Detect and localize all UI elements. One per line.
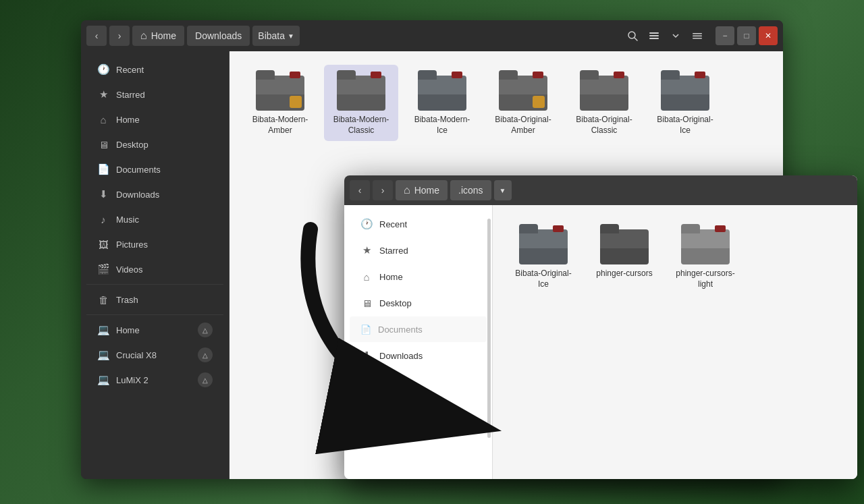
popup-sidebar-recent[interactable]: 🕐 Recent [350, 211, 487, 237]
popup-file-phinger-cursors[interactable]: phinger-cursors [587, 219, 662, 295]
home-breadcrumb[interactable]: ⌂ Home [132, 26, 184, 46]
sidebar-item-desktop[interactable]: 🖥 Desktop [86, 132, 223, 157]
file-item-bibata-modern-amber[interactable]: Bibata-Modern-Amber [243, 65, 317, 141]
drive-home-icon: 💻 [97, 324, 109, 336]
file-name-bibata-original-classic: Bibata-Original-Classic [572, 115, 636, 136]
sidebar-divider-2 [86, 314, 223, 315]
sidebar-item-crucial[interactable]: 💻 Crucial X8 △ [86, 343, 223, 367]
svg-line-1 [634, 38, 637, 40]
folder-icon-amber [256, 70, 304, 111]
folder-icon-original-amber [499, 70, 547, 111]
eject-lumix-button[interactable]: △ [198, 372, 213, 387]
popup-file-name-bibata-original-ice: Bibata-Original-Ice [512, 269, 575, 289]
folder-icon-original-ice [661, 70, 709, 111]
popup-sidebar-label-documents: Documents [378, 325, 423, 335]
popup-back-button[interactable]: ‹ [350, 180, 370, 200]
file-item-bibata-modern-ice[interactable]: Bibata-Modern-Ice [405, 65, 479, 141]
svg-rect-7 [693, 38, 702, 39]
popup-file-area: Bibata-Original-Ice phinger-cursors [493, 205, 857, 479]
window-controls: − □ ✕ [716, 26, 778, 45]
file-item-bibata-original-amber[interactable]: Bibata-Original-Amber [486, 65, 560, 141]
sidebar-item-label-starred: Starred [116, 90, 213, 100]
svg-rect-3 [649, 35, 659, 36]
sidebar-item-downloads[interactable]: ⬇ Downloads [86, 182, 223, 206]
popup-sidebar-home[interactable]: ⌂ Home [350, 264, 487, 289]
bibata-dropdown[interactable]: Bibata ▼ [252, 26, 300, 46]
home-sidebar-icon: ⌂ [97, 114, 109, 125]
popup-file-phinger-cursors-light[interactable]: phinger-cursors-light [668, 219, 742, 295]
file-name-bibata-original-ice: Bibata-Original-Ice [653, 115, 717, 136]
popup-pictures-icon: 🖼 [360, 403, 373, 414]
popup-window: ‹ › ⌂ Home .icons ▼ 🕐 Recent ★ Starred ⌂ [344, 175, 857, 479]
folder-icon-classic [337, 70, 385, 111]
popup-current-breadcrumb[interactable]: .icons [450, 180, 491, 200]
trash-icon: 🗑 [97, 294, 109, 306]
back-button[interactable]: ‹ [86, 26, 107, 46]
popup-home-breadcrumb[interactable]: ⌂ Home [396, 180, 448, 200]
popup-file-bibata-original-ice[interactable]: Bibata-Original-Ice [506, 219, 580, 295]
videos-icon: 🎬 [97, 263, 109, 275]
view-options-button[interactable] [666, 26, 686, 46]
file-item-bibata-original-classic[interactable]: Bibata-Original-Classic [567, 65, 641, 141]
popup-sidebar-videos[interactable]: 🎬 Videos [350, 422, 487, 447]
folder-icon-original-classic [580, 70, 628, 111]
sidebar-item-label-music: Music [116, 215, 213, 225]
popup-dropdown[interactable]: ▼ [494, 180, 512, 200]
sidebar-item-label-downloads: Downloads [116, 190, 213, 200]
downloads-icon: ⬇ [97, 188, 109, 200]
popup-sidebar-music[interactable]: ♪ Music [350, 369, 487, 395]
sidebar-item-pictures[interactable]: 🖼 Pictures [86, 232, 223, 256]
popup-sidebar-label-videos: Videos [379, 430, 406, 440]
sidebar-item-home[interactable]: ⌂ Home [86, 107, 223, 132]
eject-home-button[interactable]: △ [198, 323, 213, 337]
popup-sidebar-label-recent: Recent [379, 219, 407, 229]
bibata-label: Bibata [258, 30, 285, 41]
hamburger-menu-button[interactable] [687, 26, 707, 46]
close-button[interactable]: ✕ [759, 26, 778, 45]
popup-file-name-phinger-cursors: phinger-cursors [596, 269, 652, 279]
file-item-bibata-original-ice[interactable]: Bibata-Original-Ice [648, 65, 722, 141]
file-name-bibata-original-amber: Bibata-Original-Amber [491, 115, 555, 136]
downloads-breadcrumb[interactable]: Downloads [187, 26, 250, 46]
forward-button[interactable]: › [109, 26, 130, 46]
popup-sidebar-desktop[interactable]: 🖥 Desktop [350, 290, 487, 316]
folder-icon-ice [418, 70, 466, 111]
popup-content: 🕐 Recent ★ Starred ⌂ Home 🖥 Desktop 📄 Do… [344, 205, 857, 479]
crucial-icon: 💻 [97, 349, 109, 361]
sidebar-item-trash[interactable]: 🗑 Trash [86, 287, 223, 312]
popup-forward-button[interactable]: › [373, 180, 393, 200]
popup-home-sidebar-icon: ⌂ [360, 271, 373, 283]
svg-rect-2 [649, 32, 659, 34]
list-view-button[interactable] [644, 26, 664, 46]
sidebar-item-recent[interactable]: 🕐 Recent [86, 57, 223, 82]
sidebar-item-label-crucial: Crucial X8 [116, 350, 191, 360]
popup-current-label: .icons [458, 185, 483, 196]
eject-crucial-button[interactable]: △ [198, 347, 213, 362]
maximize-button[interactable]: □ [737, 26, 756, 45]
svg-rect-5 [693, 33, 702, 34]
sidebar-item-music[interactable]: ♪ Music [86, 207, 223, 231]
popup-sidebar-downloads[interactable]: ⬇ Downloads [350, 343, 487, 368]
sidebar-item-label-trash: Trash [116, 295, 213, 305]
popup-recent-icon: 🕐 [360, 218, 373, 230]
sidebar-item-label-lumix: LuMiX 2 [116, 375, 191, 385]
minimize-button[interactable]: − [716, 26, 734, 45]
popup-sidebar-pictures[interactable]: 🖼 Pictures [350, 395, 487, 421]
search-button[interactable] [622, 26, 643, 46]
sidebar-item-label-documents: Documents [116, 165, 213, 175]
sidebar-item-home-drive[interactable]: 💻 Home △ [86, 318, 223, 342]
music-icon: ♪ [97, 214, 109, 225]
desktop-icon: 🖥 [97, 139, 109, 150]
sidebar-item-lumix[interactable]: 💻 LuMiX 2 △ [86, 368, 223, 392]
sidebar-item-documents[interactable]: 📄 Documents [86, 157, 223, 181]
file-item-bibata-modern-classic[interactable]: Bibata-Modern-Classic [324, 65, 398, 141]
popup-sidebar-documents[interactable]: 📄 Documents [350, 316, 487, 342]
svg-rect-4 [649, 38, 659, 39]
sidebar-item-starred[interactable]: ★ Starred [86, 82, 223, 107]
sidebar-item-videos[interactable]: 🎬 Videos [86, 257, 223, 281]
popup-sidebar-scrollbar[interactable] [487, 219, 491, 438]
dropdown-arrow-icon: ▼ [288, 32, 294, 40]
popup-sidebar-starred[interactable]: ★ Starred [350, 237, 487, 263]
popup-sidebar: 🕐 Recent ★ Starred ⌂ Home 🖥 Desktop 📄 Do… [344, 205, 493, 479]
home-icon: ⌂ [140, 30, 147, 42]
